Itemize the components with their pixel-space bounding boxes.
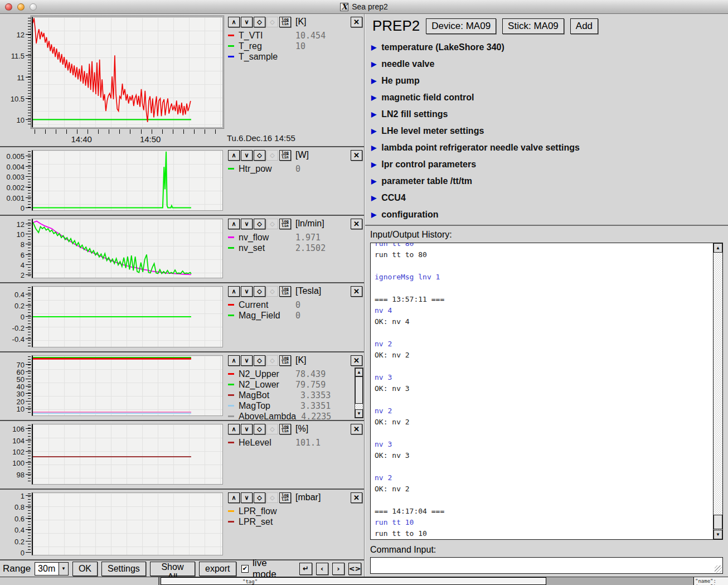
tree-expand-arrow-icon[interactable]: ▶ <box>371 60 376 68</box>
autoscale-y-button[interactable]: ◇ <box>254 286 265 297</box>
legend-item[interactable]: T_VTI10.454 <box>228 30 362 41</box>
scale-up-button[interactable]: ∧ <box>228 150 240 161</box>
tree-expand-arrow-icon[interactable]: ▶ <box>371 161 376 168</box>
scale-down-button[interactable]: ∨ <box>241 424 253 434</box>
settings-button[interactable]: Settings <box>101 562 146 576</box>
legend-item[interactable]: nv_flow1.971 <box>228 232 362 243</box>
autoscale-x-button[interactable]: ◇ <box>266 286 278 297</box>
log-lin-toggle-button[interactable]: loglin <box>279 424 291 434</box>
tree-expand-arrow-icon[interactable]: ▶ <box>371 127 376 135</box>
autoscale-y-button[interactable]: ◇ <box>254 150 265 161</box>
autoscale-x-button[interactable]: ◇ <box>266 150 278 161</box>
autoscale-y-button[interactable]: ◇ <box>254 355 265 366</box>
add-button[interactable]: Add <box>570 18 598 34</box>
io-history-box[interactable]: run tt 80run tt to 80 ignoreMsg lnv 1 ==… <box>370 243 723 540</box>
legend-item[interactable]: MagTop 3.3351 <box>228 400 362 411</box>
legend-item[interactable]: LPR_set <box>228 516 362 527</box>
titlebar[interactable]: X Sea prep2 <box>0 0 728 14</box>
legend-item[interactable]: Current0 <box>228 299 362 310</box>
show-all-button[interactable]: Show All <box>150 562 195 576</box>
plot-area[interactable] <box>32 286 223 347</box>
tree-item-parameter-table-tt-tm[interactable]: ▶parameter table /tt/tm <box>371 173 728 190</box>
scale-up-button[interactable]: ∧ <box>228 286 240 297</box>
ok-button[interactable]: OK <box>72 562 98 576</box>
legend-item[interactable]: MagBot 3.3353 <box>228 390 362 400</box>
scale-up-button[interactable]: ∧ <box>228 219 240 229</box>
scale-down-button[interactable]: ∨ <box>241 492 253 503</box>
legend-item[interactable]: Htr_pow0 <box>228 163 362 174</box>
plot-area[interactable] <box>32 424 223 485</box>
scale-down-button[interactable]: ∨ <box>241 150 253 161</box>
scroll-up-icon[interactable]: ▲ <box>714 243 722 253</box>
plot-area[interactable] <box>32 492 223 555</box>
tree-expand-arrow-icon[interactable]: ▶ <box>371 211 376 219</box>
close-chart-button[interactable]: ✕ <box>351 150 362 161</box>
scrollbar-thumb[interactable] <box>355 376 363 404</box>
plot-area[interactable] <box>32 150 223 211</box>
nav-step-forward-button[interactable]: › <box>332 563 344 575</box>
history-scrollbar[interactable]: ▲ ▼ <box>713 243 722 539</box>
tree-expand-arrow-icon[interactable]: ▶ <box>371 77 376 85</box>
tree-item-ln2-fill-settings[interactable]: ▶LN2 fill settings <box>371 106 728 123</box>
tree-item-temperature-lakeshore-340[interactable]: ▶temperature (LakeShore 340) <box>371 39 728 56</box>
tree-item-needle-valve[interactable]: ▶needle valve <box>371 56 728 72</box>
nav-zoom-x-button[interactable]: <> <box>348 563 361 575</box>
close-chart-button[interactable]: ✕ <box>351 355 362 366</box>
scale-up-button[interactable]: ∧ <box>228 492 240 503</box>
tree-expand-arrow-icon[interactable]: ▶ <box>371 194 376 202</box>
log-lin-toggle-button[interactable]: loglin <box>279 492 291 503</box>
close-chart-button[interactable]: ✕ <box>351 286 362 297</box>
minimize-window-button[interactable] <box>17 3 25 11</box>
log-lin-toggle-button[interactable]: loglin <box>279 219 291 229</box>
tree-item-lhe-level-meter-settings[interactable]: ▶LHe level meter settings <box>371 123 728 139</box>
export-button[interactable]: export <box>199 562 236 576</box>
scroll-down-icon[interactable]: ▼ <box>714 530 722 539</box>
scale-up-button[interactable]: ∧ <box>228 424 240 434</box>
device-button[interactable]: Device: MA09 <box>426 18 496 34</box>
tree-expand-arrow-icon[interactable]: ▶ <box>371 43 376 51</box>
log-lin-toggle-button[interactable]: loglin <box>279 150 291 161</box>
log-lin-toggle-button[interactable]: loglin <box>279 17 291 27</box>
tree-item-ccu4[interactable]: ▶CCU4 <box>371 190 728 206</box>
tree-expand-arrow-icon[interactable]: ▶ <box>371 177 376 185</box>
log-lin-toggle-button[interactable]: loglin <box>279 355 291 366</box>
legend-item[interactable]: Mag_Field0 <box>228 310 362 321</box>
tree-item-lpr-control-parameters[interactable]: ▶lpr control parameters <box>371 156 728 173</box>
plot-area[interactable] <box>32 355 223 416</box>
tree-expand-arrow-icon[interactable]: ▶ <box>371 144 376 152</box>
autoscale-y-button[interactable]: ◇ <box>254 424 265 434</box>
autoscale-x-button[interactable]: ◇ <box>266 17 278 27</box>
plot-area[interactable] <box>32 219 223 278</box>
legend-scrollbar[interactable]: ▲ ▼ <box>355 368 363 418</box>
autoscale-x-button[interactable]: ◇ <box>266 219 278 229</box>
close-chart-button[interactable]: ✕ <box>351 424 362 434</box>
scale-down-button[interactable]: ∨ <box>241 17 253 27</box>
scale-down-button[interactable]: ∨ <box>241 355 253 366</box>
close-chart-button[interactable]: ✕ <box>351 219 362 229</box>
legend-item[interactable]: LPR_flow <box>228 506 362 516</box>
autoscale-x-button[interactable]: ◇ <box>266 492 278 503</box>
legend-item[interactable]: T_reg10 <box>228 41 362 51</box>
legend-item[interactable]: N2_Lower79.759 <box>228 379 362 390</box>
log-lin-toggle-button[interactable]: loglin <box>279 286 291 297</box>
tree-expand-arrow-icon[interactable]: ▶ <box>371 110 376 118</box>
zoom-window-button[interactable] <box>30 3 37 11</box>
range-dropdown[interactable]: 30m ▼ <box>35 562 69 576</box>
close-chart-button[interactable]: ✕ <box>351 492 362 503</box>
autoscale-y-button[interactable]: ◇ <box>254 17 265 27</box>
tree-item-he-pump[interactable]: ▶He pump <box>371 72 728 89</box>
autoscale-y-button[interactable]: ◇ <box>254 219 265 229</box>
command-input[interactable] <box>371 558 722 573</box>
scroll-down-icon[interactable]: ▼ <box>355 409 363 418</box>
plot-area[interactable] <box>32 17 223 128</box>
scale-down-button[interactable]: ∨ <box>241 219 253 229</box>
close-window-button[interactable] <box>5 3 12 11</box>
scrollbar-thumb[interactable] <box>714 515 722 529</box>
nav-step-back-button[interactable]: ‹ <box>316 563 328 575</box>
scale-up-button[interactable]: ∧ <box>228 17 240 27</box>
legend-item[interactable]: N2_Upper78.439 <box>228 369 362 379</box>
resize-grip[interactable] <box>715 565 722 573</box>
tree-item-magnetic-field-control[interactable]: ▶magnetic field control <box>371 89 728 106</box>
legend-item[interactable]: T_sample <box>228 51 362 62</box>
stick-button[interactable]: Stick: MA09 <box>502 18 564 34</box>
